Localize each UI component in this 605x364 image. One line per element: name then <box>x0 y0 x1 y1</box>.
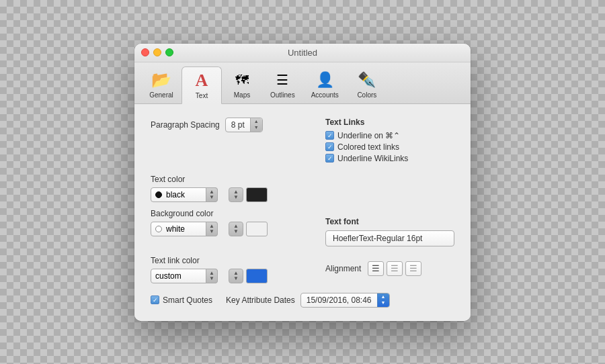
toolbar-item-text[interactable]: A Text <box>182 66 222 104</box>
toolbar-label-outlines: Outlines <box>270 91 295 99</box>
left-column: Paragraph Spacing 8 pt ▲ ▼ <box>151 118 325 132</box>
bg-color-extra-arrows[interactable]: ▲ ▼ <box>229 222 243 236</box>
colored-text-label: Colored text links <box>337 142 399 152</box>
text-color-select[interactable]: black ▲ ▼ <box>151 187 218 202</box>
text-link-color-value: custom <box>155 271 182 281</box>
link-col: Text link color custom ▲ ▼ ▲ ▼ <box>151 256 325 283</box>
traffic-lights <box>141 48 173 56</box>
align-center-button[interactable]: ☰ <box>387 261 403 276</box>
checkbox-underline-cmd: ✓ Underline on ⌘⌃ <box>325 131 454 140</box>
white-dot <box>155 226 162 232</box>
maps-icon: 🗺 <box>231 69 253 91</box>
close-button[interactable] <box>141 48 149 56</box>
checkbox-colored-text: ✓ Colored text links <box>325 142 454 152</box>
toolbar-item-general[interactable]: 📂 General <box>141 66 182 103</box>
text-link-extra-arrows[interactable]: ▲ ▼ <box>229 269 243 283</box>
down-arrow: ▼ <box>254 125 259 130</box>
align-col: Alignment ☰ ☰ ☰ <box>325 256 454 276</box>
text-link-color-select[interactable]: custom ▲ ▼ <box>151 269 218 283</box>
bg-color-select[interactable]: white ▲ ▼ <box>151 222 218 236</box>
minimize-button[interactable] <box>153 48 161 56</box>
accounts-icon: 👤 <box>314 69 335 91</box>
align-left-button[interactable]: ☰ <box>368 261 384 276</box>
paragraph-spacing-arrows[interactable]: ▲ ▼ <box>250 118 262 132</box>
paragraph-spacing-row: Paragraph Spacing 8 pt ▲ ▼ <box>151 118 325 132</box>
toolbar-item-accounts[interactable]: 👤 Accounts <box>303 66 347 103</box>
black-dot <box>155 191 162 198</box>
toolbar-label-accounts: Accounts <box>311 91 339 99</box>
key-dates-select[interactable]: 15/09/2016, 08:46 ▲ ▼ <box>300 293 390 308</box>
toolbar-label-maps: Maps <box>234 91 250 99</box>
bg-col: Background color white ▲ ▼ ▲ ▼ <box>151 209 325 236</box>
font-section: Text font HoeflerText-Regular 16pt <box>325 217 454 246</box>
text-link-color-row: custom ▲ ▼ ▲ ▼ <box>151 269 325 283</box>
key-dates-row: Key Attribute Dates 15/09/2016, 08:46 ▲ … <box>226 293 390 308</box>
smart-quotes-label: Smart Quotes <box>163 295 212 305</box>
text-links-title: Text Links <box>325 118 454 127</box>
up-arrow: ▲ <box>254 119 259 124</box>
smart-quotes-checkbox[interactable]: ✓ <box>151 295 159 304</box>
text-font-value: HoeflerText-Regular 16pt <box>333 234 422 243</box>
bg-color-label: Background color <box>151 209 325 218</box>
text-color-value: black <box>166 190 185 199</box>
key-dates-label: Key Attribute Dates <box>226 295 295 305</box>
text-link-color-label: Text link color <box>151 256 325 265</box>
text-color-section: Text color black ▲ ▼ ▲ ▼ <box>151 175 454 202</box>
top-row: Paragraph Spacing 8 pt ▲ ▼ Text Links ✓ … <box>151 118 454 165</box>
underline-cmd-label: Underline on ⌘⌃ <box>337 131 400 140</box>
align-right-button[interactable]: ☰ <box>405 261 421 276</box>
smart-quotes-row: ✓ Smart Quotes <box>151 295 212 305</box>
checkbox-wikilinks: ✓ Underline WikiLinks <box>325 154 454 163</box>
toolbar-item-outlines[interactable]: ☰ Outlines <box>262 66 303 103</box>
text-color-row: black ▲ ▼ ▲ ▼ <box>151 187 454 202</box>
toolbar: 📂 General A Text 🗺 Maps ☰ Outlines 👤 Acc… <box>134 62 471 104</box>
bg-color-value: white <box>166 224 185 234</box>
maximize-button[interactable] <box>165 48 173 56</box>
colors-icon: ✒️ <box>356 69 378 91</box>
wikilinks-checkbox[interactable]: ✓ <box>325 154 334 163</box>
colored-text-checkbox[interactable]: ✓ <box>325 142 334 151</box>
text-link-color-swatch[interactable] <box>246 269 268 283</box>
underline-cmd-checkbox[interactable]: ✓ <box>325 131 334 140</box>
outlines-icon: ☰ <box>272 69 293 91</box>
paragraph-spacing-label: Paragraph Spacing <box>151 120 220 130</box>
bg-color-row: white ▲ ▼ ▲ ▼ <box>151 222 325 236</box>
paragraph-spacing-value: 8 pt <box>226 120 250 130</box>
titlebar: Untitled <box>134 44 471 62</box>
key-dates-value: 15/09/2016, 08:46 <box>301 295 377 305</box>
toolbar-item-colors[interactable]: ✒️ Colors <box>347 66 387 103</box>
text-icon: A <box>191 70 212 91</box>
toolbar-label-colors: Colors <box>357 91 376 99</box>
text-color-extra-arrows[interactable]: ▲ ▼ <box>229 187 243 202</box>
bg-color-swatch[interactable] <box>246 222 268 236</box>
wikilinks-label: Underline WikiLinks <box>337 154 408 163</box>
window-title: Untitled <box>288 48 317 58</box>
bottom-row: ✓ Smart Quotes Key Attribute Dates 15/09… <box>151 293 454 308</box>
text-link-color-arrows[interactable]: ▲ ▼ <box>206 269 218 283</box>
text-color-arrows[interactable]: ▲ ▼ <box>206 187 218 202</box>
toolbar-label-general: General <box>149 91 173 99</box>
link-align-row: Text link color custom ▲ ▼ ▲ ▼ <box>151 256 454 283</box>
text-color-swatch[interactable] <box>246 187 268 202</box>
bg-color-arrows[interactable]: ▲ ▼ <box>206 222 218 236</box>
main-window: Untitled 📂 General A Text 🗺 Maps ☰ Outli… <box>134 44 471 321</box>
text-font-title: Text font <box>325 217 454 226</box>
bg-font-row: Background color white ▲ ▼ ▲ ▼ <box>151 209 454 246</box>
text-links-section: Text Links ✓ Underline on ⌘⌃ ✓ Colored t… <box>325 118 454 165</box>
general-icon: 📂 <box>151 69 172 91</box>
content-area: Paragraph Spacing 8 pt ▲ ▼ Text Links ✓ … <box>134 104 471 321</box>
alignment-label: Alignment <box>325 264 361 273</box>
paragraph-spacing-select[interactable]: 8 pt ▲ ▼ <box>225 118 263 132</box>
text-color-label: Text color <box>151 175 454 184</box>
text-font-button[interactable]: HoeflerText-Regular 16pt <box>325 230 454 246</box>
alignment-row: Alignment ☰ ☰ ☰ <box>325 261 454 276</box>
toolbar-label-text: Text <box>196 92 208 99</box>
toolbar-item-maps[interactable]: 🗺 Maps <box>222 66 262 103</box>
key-dates-arrows[interactable]: ▲ ▼ <box>377 293 389 308</box>
